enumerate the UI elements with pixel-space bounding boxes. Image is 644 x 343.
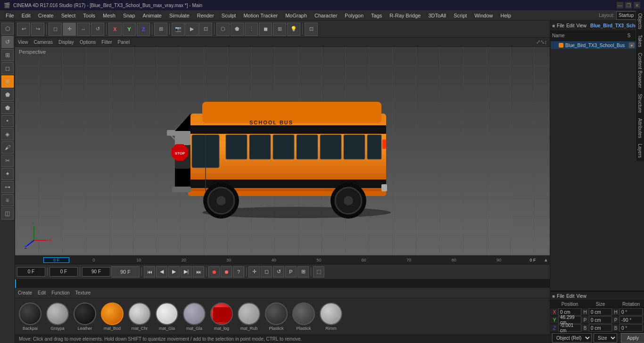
objects-tab[interactable]: Objects	[636, 10, 644, 32]
obj-edit-menu[interactable]: Edit	[566, 23, 574, 28]
live-select-btn[interactable]: ◈	[1, 128, 14, 140]
mat-function-menu[interactable]: Function	[51, 290, 69, 295]
mat-glass1[interactable]: mat_Gla	[155, 302, 179, 331]
timeline-auto-btn[interactable]: P	[285, 266, 297, 278]
maximize-button[interactable]: ❐	[625, 2, 632, 8]
move-tool-btn[interactable]: ⬡	[1, 23, 14, 35]
menu-character[interactable]: Character	[311, 12, 341, 19]
mat-texture-menu[interactable]: Texture	[75, 290, 91, 295]
timeline-select-btn[interactable]: ◻	[261, 266, 272, 278]
go-end-btn[interactable]: ⏭	[193, 266, 204, 278]
object-rel-select[interactable]: Object (Rel)	[552, 333, 592, 343]
render-btn[interactable]: ⊡	[199, 23, 212, 36]
rot-p-field[interactable]: -90 °	[619, 316, 643, 324]
object-tool-btn[interactable]: ⊕	[1, 75, 14, 88]
mat-glass2[interactable]: mat_Gla	[182, 302, 206, 331]
play-btn[interactable]: ▶	[185, 23, 198, 36]
viewport-panel-menu[interactable]: Panel	[118, 40, 130, 45]
menu-create[interactable]: Create	[34, 12, 58, 19]
menu-script[interactable]: Script	[450, 12, 471, 19]
poly-view-btn[interactable]: ⬟	[231, 23, 244, 36]
go-start-btn[interactable]: ⏮	[144, 266, 155, 278]
next-frame-btn[interactable]: ▶|	[181, 266, 192, 278]
layers-tab[interactable]: Layers	[636, 141, 644, 161]
menu-tags[interactable]: Tags	[367, 12, 386, 19]
obj-row-bus[interactable]: Blue_Bird_TX3_School_Bus ● ●	[551, 41, 643, 49]
mat-graypaint[interactable]: Graypa	[45, 302, 70, 331]
rot-b-field[interactable]: 0 °	[619, 324, 643, 332]
menu-select[interactable]: Select	[58, 12, 80, 19]
mat-edit-menu[interactable]: Edit	[38, 290, 46, 295]
apply-button[interactable]: Apply	[621, 333, 644, 343]
measure-btn[interactable]: ⊶	[1, 181, 14, 193]
layer-btn[interactable]: ≡	[1, 194, 14, 206]
redo-btn[interactable]: ↪	[31, 23, 44, 36]
mat-plastic2[interactable]: Plastick	[291, 302, 316, 331]
extra-btn[interactable]: ⊡	[305, 23, 318, 36]
attr-view-menu[interactable]: View	[576, 294, 586, 299]
flat-view-btn[interactable]: ⬡	[216, 23, 230, 36]
select-all-btn[interactable]: ◻	[49, 23, 62, 36]
mat-body[interactable]: mat_Bod	[100, 302, 124, 331]
menu-tools[interactable]: Tools	[79, 12, 99, 19]
rotate-tool-btn[interactable]: ↺	[1, 36, 14, 48]
size-h-field[interactable]: 0 cm	[589, 308, 612, 316]
menu-mograph[interactable]: MoGraph	[281, 12, 311, 19]
menu-help[interactable]: Help	[497, 12, 515, 19]
menu-3dtoall[interactable]: 3DToAll	[424, 12, 450, 19]
move-btn[interactable]: ✛	[63, 23, 76, 36]
mat-btn[interactable]: ◫	[1, 207, 14, 220]
keyframe-btn[interactable]: ?	[233, 266, 244, 278]
close-button[interactable]: ✕	[634, 2, 640, 8]
axis-z-btn[interactable]: Z	[137, 23, 150, 36]
takes-tab[interactable]: Takes	[636, 32, 644, 50]
light-btn[interactable]: 💡	[287, 23, 300, 36]
size-select[interactable]: Size	[594, 333, 617, 343]
timeline-scale-btn[interactable]: ↺	[273, 266, 284, 278]
play-fwd-btn[interactable]: ▶	[168, 266, 180, 278]
mat-rubber[interactable]: mat_Rub	[237, 302, 261, 331]
mat-logo[interactable]: mat_log	[209, 302, 234, 331]
viewport-view-menu[interactable]: View	[18, 40, 28, 45]
obj-vis-icon[interactable]: ●	[629, 42, 635, 48]
timeline-track[interactable]	[15, 279, 550, 288]
autokey-btn[interactable]: ⏺	[221, 266, 232, 278]
magnet-btn[interactable]: ✦	[1, 168, 14, 180]
viewport-canvas[interactable]: Perspective	[15, 47, 550, 255]
undo-btn[interactable]: ↩	[17, 23, 30, 36]
viewport-cameras-menu[interactable]: Cameras	[34, 40, 53, 45]
viewport-options-menu[interactable]: Options	[80, 40, 96, 45]
knife-tool-btn[interactable]: ✂	[1, 155, 14, 167]
menu-mesh[interactable]: Mesh	[99, 12, 119, 19]
rot-h-field[interactable]: 0 °	[619, 308, 643, 316]
menu-snap[interactable]: Snap	[119, 12, 139, 19]
solid-view-btn[interactable]: ◼	[259, 23, 272, 36]
minimize-button[interactable]: —	[617, 2, 623, 8]
polygon-mode-btn[interactable]: ⬟	[1, 89, 14, 101]
timeline-step-btn[interactable]: ▲	[542, 257, 550, 262]
menu-render[interactable]: Render	[193, 12, 218, 19]
viewport-area[interactable]: View Cameras Display Options Filter Pane…	[15, 38, 550, 255]
viewport-display-menu[interactable]: Display	[58, 40, 74, 45]
menu-animate[interactable]: Animate	[139, 12, 165, 19]
content-browser-tab[interactable]: Content Browser	[636, 50, 644, 90]
end-time-field2[interactable]: 90 F	[111, 266, 140, 278]
mat-plastic1[interactable]: Plastick	[264, 302, 289, 331]
menu-motion-tracker[interactable]: Motion Tracker	[239, 12, 281, 19]
rotate-btn[interactable]: ↺	[91, 23, 104, 36]
menu-simulate[interactable]: Simulate	[165, 12, 193, 19]
mat-chrome[interactable]: mat_Chr	[127, 302, 152, 331]
select-tool-btn[interactable]: ◻	[1, 62, 14, 74]
attr-file-menu[interactable]: File	[557, 294, 564, 299]
mat-backpaint[interactable]: Backpai	[18, 302, 42, 331]
attributes-tab[interactable]: Attributes	[636, 115, 644, 141]
attr-edit-menu[interactable]: Edit	[566, 294, 574, 299]
start-time-field[interactable]: 0 F	[50, 267, 78, 277]
axis-y-btn[interactable]: Y	[123, 23, 136, 36]
viewport-filter-menu[interactable]: Filter	[101, 40, 112, 45]
world-coord-btn[interactable]: ⊞	[154, 23, 167, 36]
pos-z-field[interactable]: -0.001 cm	[558, 324, 581, 332]
wire-view-btn[interactable]: ⋮	[245, 23, 258, 36]
mat-leather[interactable]: Leather	[73, 302, 97, 331]
menu-polygon[interactable]: Polygon	[341, 12, 367, 19]
